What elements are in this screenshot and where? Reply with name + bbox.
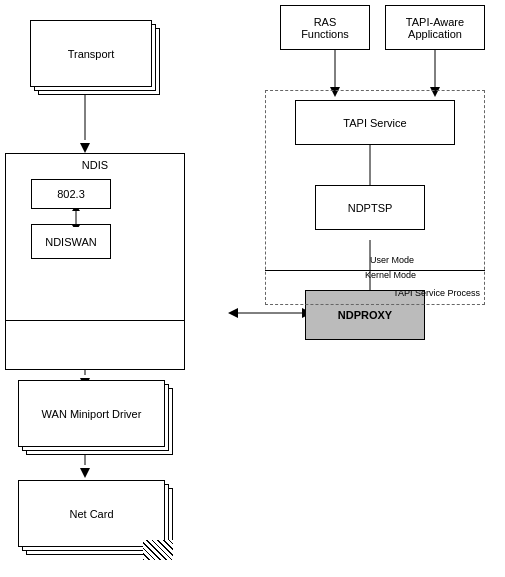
ndiswan-box: NDISWAN xyxy=(31,224,111,259)
ras-functions-label: RAS Functions xyxy=(301,16,349,40)
ieee802-box: 802.3 xyxy=(31,179,111,209)
tapi-app-label: TAPI-Aware Application xyxy=(406,16,464,40)
ndptsp-box: NDPTSP xyxy=(315,185,425,230)
kernel-mode-label: Kernel Mode xyxy=(365,270,416,280)
svg-marker-2 xyxy=(80,143,90,153)
tapi-app-box: TAPI-Aware Application xyxy=(385,5,485,50)
svg-marker-29 xyxy=(72,225,80,227)
svg-marker-16 xyxy=(228,308,238,318)
ndis-lower-box xyxy=(5,320,185,370)
inner-arrow-ndis xyxy=(66,209,86,227)
ndptsp-label: NDPTSP xyxy=(348,202,393,214)
transport-stack: Transport xyxy=(30,20,160,95)
svg-marker-14 xyxy=(80,468,90,478)
ras-functions-box: RAS Functions xyxy=(280,5,370,50)
net-card-label: Net Card xyxy=(69,508,113,520)
tapi-service-process-label: TAPI Service Process xyxy=(393,288,480,300)
tapi-service-box: TAPI Service xyxy=(295,100,455,145)
diagram-container: Transport NDIS 802.3 NDISWAN WAN Minipor… xyxy=(0,0,505,577)
user-mode-label: User Mode xyxy=(370,255,414,265)
ndis-box: NDIS 802.3 NDISWAN xyxy=(5,153,185,328)
net-card-stack: Net Card xyxy=(18,480,173,560)
wan-miniport-label: WAN Miniport Driver xyxy=(42,408,142,420)
transport-label: Transport xyxy=(68,48,115,60)
svg-marker-28 xyxy=(72,209,80,211)
ndis-label: NDIS xyxy=(82,159,108,171)
tapi-service-label: TAPI Service xyxy=(343,117,406,129)
wan-miniport-stack: WAN Miniport Driver xyxy=(18,380,173,455)
ndiswan-label: NDISWAN xyxy=(45,236,97,248)
ndproxy-label: NDPROXY xyxy=(338,309,392,321)
ieee802-label: 802.3 xyxy=(57,188,85,200)
